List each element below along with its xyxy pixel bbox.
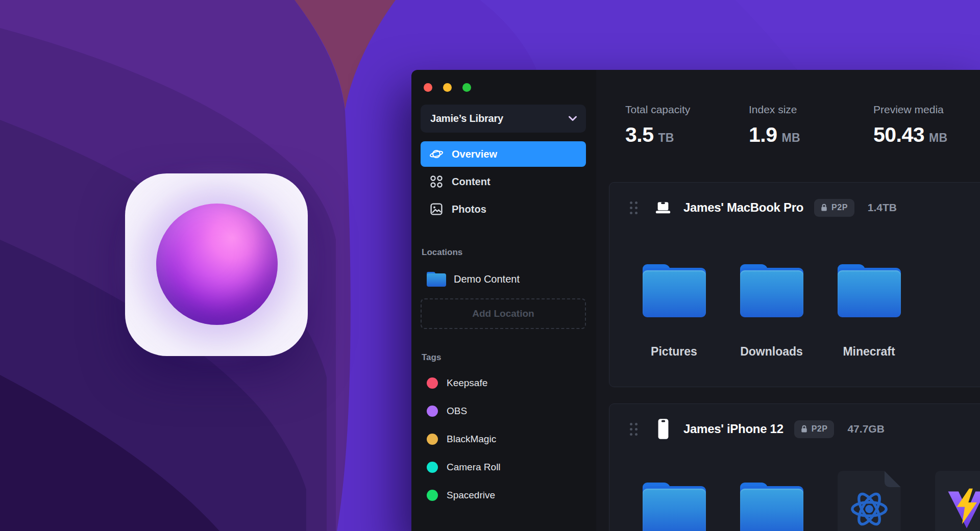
overview-panel: Total capacity 3.5 TB Index size 1.9 MB …	[596, 70, 980, 531]
lock-icon	[801, 425, 807, 433]
stat-unit: TB	[658, 131, 674, 145]
nav-item-overview[interactable]: Overview	[421, 141, 586, 167]
tag-label: Spacedrive	[447, 490, 495, 501]
tag-color-dot	[427, 462, 438, 473]
grid-circles-icon	[429, 175, 444, 188]
planet-icon	[429, 147, 444, 161]
stat-label: Index size	[749, 104, 873, 116]
tag-color-dot	[427, 490, 438, 501]
locations-heading: Locations	[422, 247, 586, 258]
device-name: James' MacBook Pro	[683, 200, 803, 215]
stat-index-size: Index size 1.9 MB	[749, 104, 873, 147]
library-selector[interactable]: Jamie’s Library	[421, 105, 586, 133]
library-name: Jamie’s Library	[430, 113, 503, 124]
laptop-icon	[654, 200, 672, 215]
nav-item-photos[interactable]: Photos	[421, 196, 586, 222]
tag-item-blackmagic[interactable]: BlackMagic	[421, 428, 586, 450]
item-label: Downloads	[740, 345, 803, 359]
folder-icon	[427, 272, 446, 287]
stat-label: Preview media	[873, 104, 947, 116]
nav-label: Overview	[452, 148, 497, 160]
tag-list: Keepsafe OBS BlackMagic Camera Roll Spac…	[421, 372, 586, 507]
folder-item-minecraft[interactable]: Minecraft	[820, 264, 918, 359]
folder-item[interactable]	[625, 483, 723, 531]
desktop: Jamie’s Library Overview	[0, 0, 980, 531]
device-capacity: 1.4TB	[868, 201, 897, 214]
folder-icon	[643, 264, 706, 317]
tag-label: OBS	[447, 406, 467, 417]
device-items: Pictures Downloads Minecraft	[625, 264, 980, 359]
phone-icon	[654, 418, 672, 440]
folder-icon	[838, 264, 901, 317]
zoom-window-button[interactable]	[462, 83, 471, 92]
lock-icon	[821, 204, 827, 212]
sidebar: Jamie’s Library Overview	[411, 70, 596, 531]
tag-color-dot	[427, 377, 438, 389]
device-header: James' iPhone 12 P2P 47.7GB	[609, 420, 980, 438]
vite-logo-icon	[945, 487, 980, 531]
location-label: Demo Content	[454, 273, 520, 285]
window-controls	[424, 83, 586, 92]
nav-item-content[interactable]: Content	[421, 169, 586, 194]
file-item-react[interactable]	[820, 471, 918, 531]
item-label: Pictures	[651, 345, 697, 359]
p2p-badge-label: P2P	[812, 424, 828, 434]
location-item-demo-content[interactable]: Demo Content	[421, 268, 586, 290]
stat-total-capacity: Total capacity 3.5 TB	[625, 104, 749, 147]
p2p-badge: P2P	[814, 199, 854, 217]
spacedrive-sphere-logo	[156, 204, 278, 325]
tag-item-camera-roll[interactable]: Camera Roll	[421, 456, 586, 478]
stat-value: 1.9	[749, 123, 777, 147]
stat-unit: MB	[782, 131, 800, 145]
spacedrive-app-icon[interactable]	[125, 173, 308, 356]
tag-label: Keepsafe	[447, 377, 487, 389]
sidebar-nav: Overview Content	[421, 141, 586, 222]
chevron-down-icon	[568, 116, 577, 121]
stat-value: 3.5	[625, 123, 654, 147]
tag-item-keepsafe[interactable]: Keepsafe	[421, 372, 586, 394]
spacedrive-window: Jamie’s Library Overview	[411, 70, 980, 531]
drag-handle-icon[interactable]	[630, 201, 638, 214]
tag-label: BlackMagic	[447, 434, 496, 445]
stat-preview-media: Preview media 50.43 MB	[873, 104, 947, 147]
tag-color-dot	[427, 406, 438, 417]
drag-handle-icon[interactable]	[630, 423, 638, 436]
device-name: James' iPhone 12	[683, 422, 783, 436]
tag-item-obs[interactable]: OBS	[421, 400, 586, 422]
stat-value: 50.43	[873, 123, 924, 147]
device-card-iphone: James' iPhone 12 P2P 47.7GB	[609, 403, 980, 531]
folder-item-downloads[interactable]: Downloads	[723, 264, 820, 359]
p2p-badge-label: P2P	[831, 203, 848, 212]
folder-item[interactable]	[723, 483, 820, 531]
image-icon	[429, 203, 444, 216]
device-items	[625, 471, 980, 531]
folder-icon	[740, 483, 803, 531]
stat-label: Total capacity	[625, 104, 749, 116]
stat-unit: MB	[929, 131, 947, 145]
folder-item-pictures[interactable]: Pictures	[625, 264, 723, 359]
close-window-button[interactable]	[424, 83, 432, 92]
device-header: James' MacBook Pro P2P 1.4TB	[609, 198, 980, 217]
file-icon	[838, 471, 901, 531]
add-location-button[interactable]: Add Location	[421, 298, 586, 329]
item-label: Minecraft	[843, 345, 895, 359]
tag-label: Camera Roll	[447, 462, 501, 473]
tags-heading: Tags	[422, 352, 586, 363]
folder-icon	[740, 264, 803, 317]
nav-label: Content	[452, 176, 491, 188]
tag-item-spacedrive[interactable]: Spacedrive	[421, 484, 586, 507]
library-stats: Total capacity 3.5 TB Index size 1.9 MB …	[625, 104, 980, 147]
tag-color-dot	[427, 434, 438, 445]
device-capacity: 47.7GB	[847, 423, 884, 435]
file-icon	[935, 471, 980, 531]
p2p-badge: P2P	[794, 420, 835, 438]
react-logo-icon	[848, 490, 890, 528]
file-item-vite[interactable]	[918, 471, 980, 531]
folder-icon	[643, 483, 706, 531]
device-card-macbook: James' MacBook Pro P2P 1.4TB Pictures	[609, 182, 980, 387]
nav-label: Photos	[452, 204, 486, 215]
minimize-window-button[interactable]	[443, 83, 452, 92]
